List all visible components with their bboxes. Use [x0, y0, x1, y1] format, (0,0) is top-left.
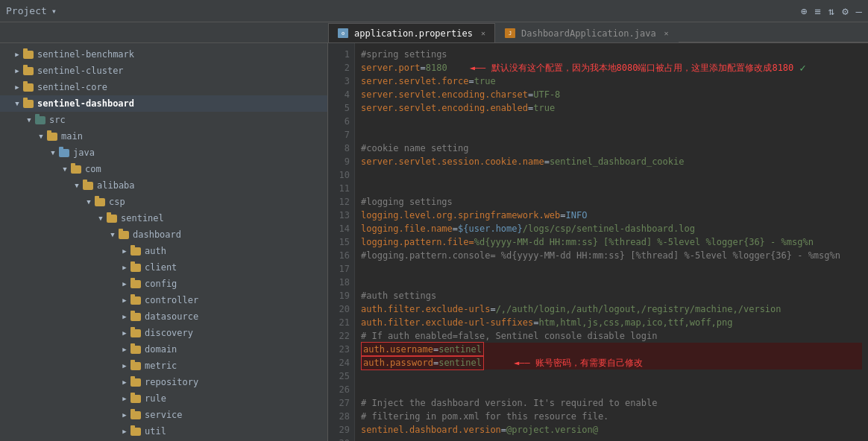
- arrow-rule: [119, 393, 130, 404]
- sidebar-item-sentinel-dashboard[interactable]: sentinel-dashboard: [0, 95, 327, 112]
- code-text: #cookie name setting: [361, 142, 469, 155]
- sidebar-item-util[interactable]: util: [0, 423, 327, 440]
- code-text: %d{yyyy-MM-dd HH:mm:ss} [%thread] %-5lev…: [474, 235, 814, 249]
- code-text: #logging settings: [361, 195, 453, 209]
- settings-icon[interactable]: ⚙: [842, 5, 848, 17]
- code-line-13: logging.level.org.springframework.web=IN…: [361, 209, 862, 222]
- sidebar-item-auth[interactable]: auth: [0, 243, 327, 259]
- code-text: /,/auth/login,/auth/logout,/registry/mac…: [496, 302, 781, 316]
- tab-label-props: application.properties: [354, 28, 473, 39]
- code-text: =: [528, 88, 533, 101]
- folder-icon-util: [130, 427, 142, 436]
- code-text: logging.file.name: [361, 222, 453, 235]
- folder-icon-repository: [130, 378, 142, 387]
- arrow-java: [48, 147, 58, 158]
- add-icon[interactable]: ⊕: [801, 5, 807, 17]
- auth-password-highlight: auth.password=sentinel: [361, 355, 484, 370]
- label-sentinel-core: sentinel-core: [37, 82, 107, 92]
- code-text: sentinel.dashboard.version: [361, 423, 501, 437]
- code-text: auth.username: [363, 344, 433, 355]
- folder-icon-sentinel-dashboard: [22, 99, 34, 108]
- sidebar-item-sentinel-core[interactable]: sentinel-core: [0, 79, 327, 95]
- sidebar-item-domain[interactable]: domain: [0, 341, 327, 358]
- code-line-16: #logging.pattern.console= %d{yyyy-MM-dd …: [361, 249, 862, 262]
- code-text: =: [469, 74, 474, 88]
- folder-icon-client: [130, 263, 142, 272]
- sidebar-item-main[interactable]: main: [0, 128, 327, 145]
- sidebar-item-csp[interactable]: csp: [0, 194, 327, 210]
- code-text: true: [474, 74, 496, 88]
- arrow-sentinel-benchmark: [12, 49, 22, 60]
- code-content[interactable]: #spring settings server.port=8180 ◄—— 默认…: [355, 43, 868, 441]
- sidebar-item-com[interactable]: com: [0, 161, 327, 177]
- collapse-icon[interactable]: —: [856, 5, 862, 17]
- project-dropdown-icon[interactable]: ▾: [51, 6, 57, 16]
- arrow-datasource: [119, 311, 130, 322]
- code-line-15: logging.pattern.file= %d{yyyy-MM-dd HH:m…: [361, 235, 862, 249]
- arrow-client: [119, 262, 130, 273]
- close-tab-java[interactable]: ✕: [664, 29, 669, 37]
- code-line-5: server.servlet.encoding.enabled=true: [361, 101, 862, 115]
- label-java: java: [73, 147, 95, 158]
- code-line-25: [361, 369, 862, 383]
- code-line-22: # If auth enabled=false, Sentinel consol…: [361, 329, 862, 343]
- code-text: =: [490, 302, 495, 316]
- label-src: src: [49, 115, 66, 125]
- sidebar-item-dashboard[interactable]: dashboard: [0, 226, 327, 243]
- folder-icon-auth: [130, 247, 142, 256]
- folder-icon-rule: [130, 394, 142, 403]
- code-line-30: [361, 437, 862, 441]
- close-tab-props[interactable]: ✕: [481, 29, 485, 37]
- code-text: # filtering in pom.xml for this resource…: [361, 410, 608, 423]
- sidebar-item-service[interactable]: service: [0, 407, 327, 423]
- main-layout: sentinel-benchmark sentinel-cluster sent…: [0, 43, 868, 441]
- sidebar-item-datasource[interactable]: datasource: [0, 308, 327, 325]
- tab-dashboard-application[interactable]: J DashboardApplication.java ✕: [495, 23, 679, 42]
- sidebar-item-rule[interactable]: rule: [0, 390, 327, 407]
- sidebar-item-metric[interactable]: metric: [0, 358, 327, 374]
- label-datasource: datasource: [145, 311, 198, 322]
- sidebar-item-discovery[interactable]: discovery: [0, 325, 327, 341]
- sort-icon[interactable]: ⇅: [828, 5, 834, 17]
- java-tab-icon: J: [505, 28, 515, 38]
- arrow-sentinel: [95, 213, 106, 223]
- code-line-3: server.servlet.force=true: [361, 74, 862, 88]
- label-auth: auth: [145, 246, 166, 256]
- code-text: auth.filter.exclude-urls: [361, 302, 490, 316]
- label-alibaba: alibaba: [97, 180, 135, 191]
- label-sentinel-benchmark: sentinel-benchmark: [37, 49, 134, 60]
- code-text: #logging.pattern.console= %d{yyyy-MM-dd …: [361, 249, 840, 262]
- sidebar-item-sentinel-cluster[interactable]: sentinel-cluster: [0, 63, 327, 79]
- code-text: sentinel_dashboard_cookie: [550, 155, 685, 168]
- sidebar-item-controller[interactable]: controller: [0, 292, 327, 308]
- folder-icon-config: [130, 279, 142, 288]
- code-line-18: [361, 276, 862, 289]
- folder-icon-domain: [130, 345, 142, 354]
- arrow-metric: [119, 361, 130, 371]
- label-client: client: [145, 262, 177, 273]
- code-text: /logs/csp/sentinel-dashboard.log: [523, 222, 695, 235]
- arrow-dashboard: [107, 229, 118, 240]
- tab-application-properties[interactable]: ⚙ application.properties ✕: [328, 23, 495, 42]
- code-text: sentinel: [438, 358, 482, 368]
- sidebar-item-sentinel[interactable]: sentinel: [0, 210, 327, 226]
- sidebar-item-java[interactable]: java: [0, 145, 327, 161]
- line-numbers: 1 2 3 4 5 6 7 8 9 10 11 12 13 14 15 16 1…: [328, 43, 355, 441]
- toolbar: Project ▾ ⊕ ≡ ⇅ ⚙ —: [0, 0, 868, 22]
- sidebar-item-repository[interactable]: repository: [0, 374, 327, 390]
- sidebar-item-config[interactable]: config: [0, 276, 327, 292]
- sidebar-item-client[interactable]: client: [0, 259, 327, 276]
- sidebar-item-src[interactable]: src: [0, 112, 327, 128]
- code-text: # Inject the dashboard version. It's req…: [361, 396, 657, 410]
- sidebar-item-sentinel-benchmark[interactable]: sentinel-benchmark: [0, 46, 327, 63]
- code-text: server.servlet.force: [361, 74, 469, 88]
- arrow-sentinel-dashboard: [12, 98, 22, 109]
- folder-icon-main: [46, 132, 58, 141]
- code-line-27: # Inject the dashboard version. It's req…: [361, 396, 862, 410]
- list-icon[interactable]: ≡: [814, 5, 820, 17]
- folder-icon-java: [58, 148, 70, 157]
- code-text: server.servlet.session.cookie.name: [361, 155, 544, 168]
- code-line-12: #logging settings: [361, 195, 862, 209]
- sidebar-item-alibaba[interactable]: alibaba: [0, 177, 327, 194]
- folder-icon-dashboard: [118, 230, 130, 239]
